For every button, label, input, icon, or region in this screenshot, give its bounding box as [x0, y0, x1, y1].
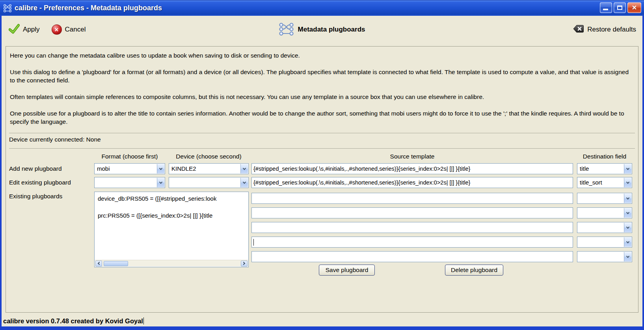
titlebar[interactable]: calibre - Preferences - Metadata plugboa…	[0, 0, 644, 16]
maximize-button[interactable]	[614, 2, 626, 13]
add-source-template-input[interactable]	[251, 163, 573, 174]
chevron-down-icon[interactable]	[624, 223, 631, 232]
device-connected-status: Device currently connected: None	[9, 136, 101, 143]
add-format-value: mobi	[97, 165, 110, 172]
edit-destination-select[interactable]: title_sort	[577, 177, 632, 188]
slot-destination-select-1[interactable]	[577, 193, 632, 204]
minimize-button[interactable]	[600, 2, 612, 13]
backspace-x-icon	[573, 25, 584, 35]
cancel-button[interactable]: ✕ Cancel	[52, 24, 86, 35]
slot-destination-select-3[interactable]	[577, 222, 632, 233]
intro-paragraph-2: Use this dialog to define a 'plugboard' …	[10, 68, 634, 84]
existing-plugboards-label: Existing plugboards	[9, 191, 62, 202]
chevron-down-icon[interactable]	[624, 237, 631, 247]
edit-format-select[interactable]	[94, 177, 165, 188]
slot-destination-select-4[interactable]	[577, 237, 632, 248]
page-title: Metadata plugboards	[298, 26, 365, 34]
cancel-circle-icon: ✕	[52, 24, 62, 35]
add-destination-value: title	[580, 165, 589, 172]
slot-source-template-input-4[interactable]	[251, 237, 573, 248]
format-column-header: Format (choose first)	[94, 153, 165, 160]
window-title: calibre - Preferences - Metadata plugboa…	[15, 4, 162, 12]
add-destination-select[interactable]: title	[577, 163, 632, 174]
window-controls: ✕	[600, 2, 641, 13]
text-cursor	[143, 317, 144, 324]
chevron-down-icon[interactable]	[624, 178, 631, 187]
chevron-down-icon[interactable]	[240, 178, 248, 187]
chevron-right-icon	[242, 262, 245, 265]
edit-device-select[interactable]	[169, 177, 249, 188]
chevron-down-icon[interactable]	[624, 164, 631, 173]
version-text: calibre version 0.7.48 created by Kovid …	[3, 317, 143, 324]
slot-destination-select-5[interactable]	[577, 251, 632, 262]
list-item[interactable]: prc:PRS505 = ([{series_index:0>2s| [|] }…	[95, 211, 248, 220]
add-format-select[interactable]: mobi	[94, 163, 165, 174]
scroll-left-button[interactable]	[95, 261, 102, 267]
slot-source-template-input-1[interactable]	[251, 193, 573, 204]
horizontal-scrollbar[interactable]	[95, 260, 248, 267]
text-cursor	[253, 239, 254, 246]
source-template-column-header: Source template	[251, 153, 573, 160]
maximize-icon	[617, 6, 622, 10]
chevron-down-icon[interactable]	[157, 164, 164, 173]
calibre-logo-icon	[3, 4, 12, 13]
edit-existing-plugboard-label: Edit existing plugboard	[9, 177, 71, 188]
restore-defaults-button[interactable]: Restore defaults	[573, 25, 636, 35]
cancel-label: Cancel	[65, 26, 86, 34]
save-plugboard-button[interactable]: Save plugboard	[319, 265, 375, 276]
close-button[interactable]: ✕	[627, 2, 641, 13]
preferences-window: calibre - Preferences - Metadata plugboa…	[0, 0, 644, 330]
window-body: Apply ✕ Cancel	[0, 16, 644, 330]
apply-label: Apply	[23, 26, 40, 34]
check-icon	[9, 24, 20, 36]
slot-destination-select-2[interactable]	[577, 207, 632, 218]
edit-source-template-input[interactable]	[251, 177, 573, 188]
chevron-down-icon[interactable]	[157, 178, 164, 187]
list-item[interactable]: device_db:PRS505 = ([{#stripped_series:l…	[95, 194, 248, 203]
chevron-down-icon[interactable]	[624, 208, 631, 218]
slot-source-template-input-3[interactable]	[251, 222, 573, 233]
slot-source-template-input-5[interactable]	[251, 251, 573, 262]
edit-destination-value: title_sort	[580, 179, 602, 186]
chevron-down-icon[interactable]	[240, 164, 248, 173]
device-column-header: Device (choose second)	[169, 153, 249, 160]
plugboard-icon	[279, 22, 294, 37]
chevron-down-icon[interactable]	[624, 252, 631, 261]
restore-defaults-label: Restore defaults	[587, 26, 636, 34]
divider	[9, 133, 635, 133]
add-device-select[interactable]: KINDLE2	[169, 163, 249, 174]
main-panel: Here you can change the metadata calibre…	[6, 46, 638, 313]
page-heading: Metadata plugboards	[279, 22, 365, 37]
chevron-down-icon[interactable]	[624, 194, 631, 203]
delete-plugboard-button[interactable]: Delete plugboard	[445, 265, 503, 276]
intro-text: Here you can change the metadata calibre…	[6, 47, 638, 126]
chevron-left-icon	[98, 262, 101, 265]
destination-field-column-header: Destination field	[577, 153, 632, 160]
slot-source-template-input-2[interactable]	[251, 207, 573, 218]
intro-paragraph-1: Here you can change the metadata calibre…	[10, 51, 634, 60]
close-icon: ✕	[632, 5, 637, 11]
scroll-right-button[interactable]	[241, 261, 248, 267]
existing-plugboards-list[interactable]: device_db:PRS505 = ([{#stripped_series:l…	[94, 192, 249, 267]
minimize-icon	[603, 9, 608, 10]
status-bar: calibre version 0.7.48 created by Kovid …	[3, 317, 144, 325]
add-new-plugboard-label: Add new plugboard	[9, 163, 62, 174]
divider	[9, 148, 635, 149]
intro-paragraph-4: One possible use for a plugboard is to a…	[10, 109, 634, 126]
add-device-value: KINDLE2	[171, 165, 196, 172]
intro-paragraph-3: Often templates will contain simple refe…	[10, 93, 634, 101]
apply-button[interactable]: Apply	[9, 24, 40, 36]
toolbar: Apply ✕ Cancel	[2, 16, 642, 43]
scrollbar-thumb[interactable]	[104, 261, 128, 266]
